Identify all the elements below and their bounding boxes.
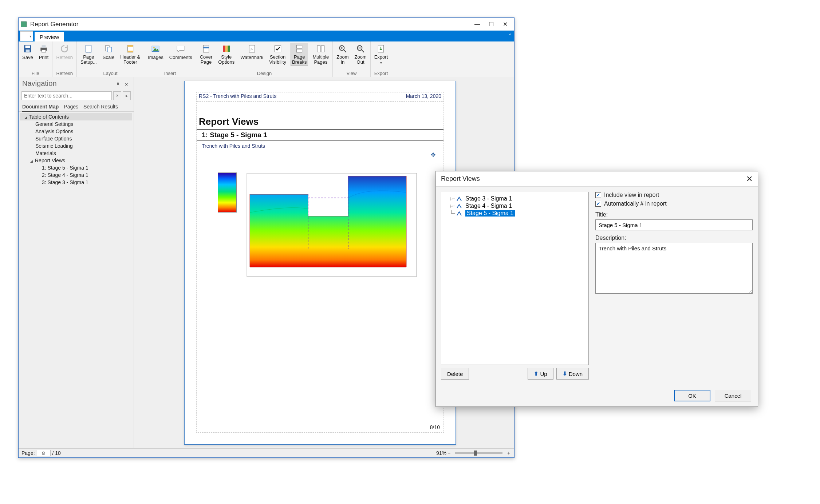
save-button[interactable]: Save [21, 43, 35, 61]
move-down-button[interactable]: ⬇Down [556, 368, 589, 380]
group-file-label: File [21, 71, 50, 76]
include-checkbox[interactable]: ✔ [595, 192, 601, 198]
title-label: Title: [595, 211, 753, 218]
ok-button[interactable]: OK [674, 390, 710, 401]
dialog-title: Report Views [441, 175, 746, 183]
dialog-right-panel: ✔ Include view in report ✔ Automatically… [595, 192, 753, 380]
multiple-pages-button[interactable]: MultiplePages [311, 43, 330, 66]
svg-rect-1 [25, 45, 30, 48]
zoom-slider-thumb[interactable] [474, 451, 477, 456]
list-item[interactable]: ⊢─ Stage 4 - Sigma 1 [443, 202, 586, 210]
export-button[interactable]: Export ▾ [373, 43, 390, 66]
images-button[interactable]: Images [146, 43, 165, 61]
tree-item[interactable]: Materials [20, 150, 132, 157]
refresh-button[interactable]: Refresh [55, 43, 74, 61]
dialog-titlebar: Report Views ✕ [436, 171, 758, 187]
move-handle-icon[interactable]: ✥ [431, 151, 435, 158]
header-footer-label: Header &Footer [120, 55, 140, 65]
tab-preview[interactable]: Preview [35, 32, 64, 41]
scale-button[interactable]: Scale [101, 43, 116, 66]
print-button[interactable]: Print [38, 43, 50, 61]
header-divider [197, 101, 443, 102]
page-preview: RS2 - Trench with Piles and Struts March… [184, 81, 456, 445]
maximize-button[interactable]: ☐ [484, 19, 498, 29]
svg-line-29 [344, 50, 346, 52]
description-textarea[interactable] [595, 243, 753, 294]
zoom-plus-button[interactable]: + [506, 450, 511, 456]
cover-page-button[interactable]: CoverPage [198, 43, 214, 66]
views-list[interactable]: ⊢─ Stage 3 - Sigma 1 ⊢─ Stage 4 - Sigma … [441, 192, 589, 365]
delete-button[interactable]: Delete [441, 368, 469, 380]
current-page-input[interactable] [36, 450, 51, 456]
tab-pages[interactable]: Pages [64, 104, 78, 110]
search-input[interactable] [21, 91, 112, 100]
pin-icon[interactable]: ⇟ [116, 81, 121, 86]
page-breaks-button[interactable]: PageBreaks [291, 43, 308, 66]
autonum-label: Automatically # in report [604, 201, 667, 207]
curve-icon [457, 211, 463, 216]
tree-item[interactable]: Analysis Options [20, 128, 132, 135]
zoom-out-button[interactable]: ZoomOut [353, 43, 368, 66]
include-label: Include view in report [604, 192, 659, 198]
tree-view-item[interactable]: 3: Stage 3 - Sigma 1 [20, 179, 132, 186]
comments-button[interactable]: Comments [168, 43, 194, 61]
tab-search-results[interactable]: Search Results [83, 104, 118, 110]
ribbon-group-export: Export ▾ Export [371, 41, 392, 77]
tree-line-icon: ⊢─ [444, 203, 454, 209]
search-go-button[interactable]: ▸ [123, 91, 131, 100]
down-label: Down [569, 371, 583, 377]
page-setup-button[interactable]: PageSetup... [79, 43, 98, 66]
file-menu-button[interactable]: ▾ [20, 31, 33, 41]
style-options-button[interactable]: StyleOptions [217, 43, 236, 66]
move-up-button[interactable]: ⬆Up [528, 368, 553, 380]
svg-rect-2 [25, 49, 29, 52]
export-icon [376, 44, 386, 53]
dialog-left-panel: ⊢─ Stage 3 - Sigma 1 ⊢─ Stage 4 - Sigma … [441, 192, 589, 380]
refresh-icon [60, 44, 69, 53]
svg-rect-11 [127, 45, 133, 47]
save-label: Save [22, 55, 33, 60]
tree-view-item[interactable]: 1: Stage 5 - Sigma 1 [20, 164, 132, 171]
group-export-label: Export [373, 71, 390, 76]
section-visibility-label: SectionVisibility [269, 55, 286, 65]
nav-title: Navigation [22, 79, 116, 88]
titlebar: Report Generator — ☐ ✕ [19, 18, 514, 31]
tree-item[interactable]: General Settings [20, 120, 132, 128]
zoom-slider[interactable] [455, 452, 502, 454]
tree-view-item[interactable]: 2: Stage 4 - Sigma 1 [20, 171, 132, 179]
collapse-ribbon-icon[interactable]: ⌃ [508, 33, 512, 38]
minimize-button[interactable]: — [470, 19, 484, 29]
section-visibility-button[interactable]: SectionVisibility [268, 43, 288, 66]
tab-document-map[interactable]: Document Map [22, 104, 59, 112]
clear-search-button[interactable]: × [113, 91, 121, 100]
tree-root[interactable]: Table of Contents [20, 113, 132, 120]
arrow-up-icon: ⬆ [534, 370, 539, 377]
list-item[interactable]: ⊢─ Stage 3 - Sigma 1 [443, 195, 586, 202]
zoom-in-button[interactable]: ZoomIn [335, 43, 350, 66]
zoom-minus-button[interactable]: − [446, 450, 452, 456]
close-nav-icon[interactable]: × [125, 81, 130, 86]
group-layout-label: Layout [79, 71, 142, 76]
dialog-close-button[interactable]: ✕ [746, 174, 753, 184]
ribbon-group-refresh: Refresh Refresh [52, 41, 77, 77]
autonum-checkbox[interactable]: ✔ [595, 201, 601, 207]
tree-item[interactable]: Seismic Loading [20, 142, 132, 150]
contour-plot-icon [246, 172, 417, 278]
cancel-button[interactable]: Cancel [715, 390, 751, 401]
watermark-button[interactable]: A Watermark [239, 43, 265, 66]
export-label: Export [374, 55, 388, 60]
section-visibility-icon [273, 44, 283, 53]
print-icon [39, 44, 48, 53]
svg-rect-18 [223, 45, 225, 52]
tree-report-views[interactable]: Report Views [20, 157, 132, 164]
svg-line-33 [362, 50, 364, 52]
list-item-selected[interactable]: └─ Stage 5 - Sigma 1 [443, 210, 586, 217]
up-label: Up [540, 371, 547, 377]
tree-item[interactable]: Surface Options [20, 135, 132, 142]
scale-label: Scale [103, 55, 115, 60]
svg-rect-17 [203, 47, 209, 48]
page-total: / 10 [52, 450, 60, 456]
header-footer-button[interactable]: Header &Footer [119, 43, 142, 66]
title-input[interactable] [595, 219, 753, 230]
close-button[interactable]: ✕ [498, 19, 512, 29]
